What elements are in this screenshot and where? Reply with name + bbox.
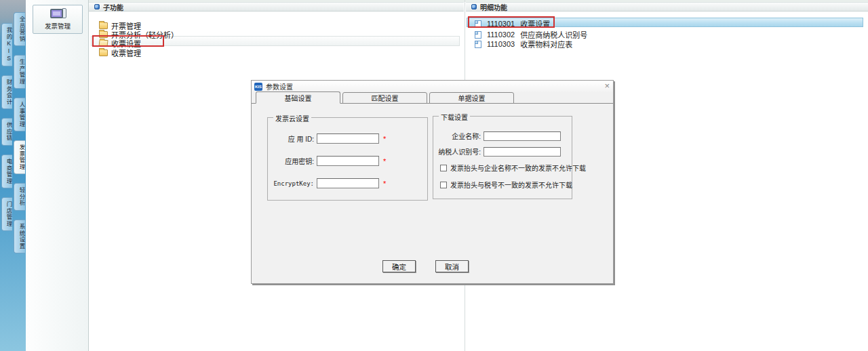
app-secret-input[interactable] <box>317 156 379 166</box>
download-settings-group-title: 下载设置 <box>439 112 470 122</box>
company-name-label: 企业名称: <box>436 131 481 141</box>
document-icon <box>475 41 481 48</box>
invoice-module-label: 发票管理 <box>45 21 71 30</box>
ok-button[interactable]: 确定 <box>382 260 416 272</box>
app-window: 我的KIS 财务会计 供应链 电商管理 门店管理 全员营销 生产管理 人事管理 … <box>0 0 868 351</box>
sidebar-tab-system[interactable]: 系统设置 <box>14 220 25 253</box>
company-name-row: 企业名称: <box>436 131 561 141</box>
invoice-module-button[interactable]: 发票管理 <box>33 5 83 34</box>
folder-icon <box>99 22 108 29</box>
sidebar-tab-analysis[interactable]: 轻分析 <box>14 183 25 211</box>
app-id-row: 应 用 ID: * <box>272 133 386 144</box>
detail-functions-header: 明细功能 <box>466 2 868 12</box>
kis-logo-icon: KIS <box>254 83 262 91</box>
dialog-title: 参数设置 <box>266 81 293 91</box>
dialog-titlebar[interactable]: KIS 参数设置 × <box>252 81 613 92</box>
checkbox-icon <box>440 182 447 188</box>
sidebar-tab-marketing[interactable]: 全员营销 <box>14 12 25 46</box>
checkbox-icon <box>440 165 447 171</box>
invoice-module-icon <box>49 8 66 19</box>
taxpayer-id-input[interactable] <box>484 147 561 157</box>
app-id-label: 应 用 ID: <box>272 133 314 144</box>
invoice-cloud-group-title: 发票云设置 <box>273 113 311 123</box>
tab-document-settings[interactable]: 单据设置 <box>429 92 514 104</box>
folder-icon <box>99 49 108 56</box>
sub-functions-header: 子功能 <box>89 2 464 12</box>
required-asterisk: * <box>383 157 386 165</box>
annotation-box-tree <box>92 35 164 47</box>
app-secret-label: 应用密钥: <box>272 156 314 166</box>
sidebar-tab-column-2: 全员营销 生产管理 人事管理 发票管理 轻分析 系统设置 <box>14 12 25 253</box>
module-panel: 发票管理 <box>26 0 89 351</box>
encrypt-key-label: EncryptKey: <box>272 180 314 187</box>
sidebar-tab-supply-chain[interactable]: 供应链 <box>1 118 12 146</box>
app-secret-row: 应用密钥: * <box>272 156 386 166</box>
app-id-input[interactable] <box>317 133 379 144</box>
sidebar-tab-column-1: 我的KIS 财务会计 供应链 电商管理 门店管理 <box>1 23 12 231</box>
encrypt-key-row: EncryptKey: * <box>272 178 386 188</box>
required-asterisk: * <box>383 180 386 188</box>
company-name-input[interactable] <box>484 131 561 141</box>
panel-bullet-icon <box>471 4 477 9</box>
dialog-tabstrip: 基础设置 匹配设置 单据设置 <box>252 92 613 104</box>
parameter-settings-dialog: KIS 参数设置 × 基础设置 匹配设置 单据设置 发票云设置 应 用 ID: … <box>251 80 614 284</box>
required-asterisk: * <box>383 135 386 143</box>
panel-bullet-icon <box>94 4 100 9</box>
encrypt-key-input[interactable] <box>317 178 379 188</box>
sidebar-tab-my-kis[interactable]: 我的KIS <box>1 23 12 66</box>
taxpayer-id-label: 纳税人识别号: <box>436 146 481 157</box>
sidebar-tab-hr[interactable]: 人事管理 <box>14 98 25 131</box>
tab-matching-settings[interactable]: 匹配设置 <box>342 92 427 104</box>
sidebar-tab-ecommerce[interactable]: 电商管理 <box>1 154 12 188</box>
sidebar-tab-production[interactable]: 生产管理 <box>14 55 25 89</box>
close-icon[interactable]: × <box>604 81 610 91</box>
tab-basic-settings[interactable]: 基础设置 <box>256 91 340 104</box>
checkbox-title-taxno-mismatch[interactable]: 发票抬头与税号不一致的发票不允许下载 <box>440 180 572 190</box>
taxpayer-id-row: 纳税人识别号: <box>436 146 561 157</box>
detail-item-1110303[interactable]: 1110303 收票物料对应表 <box>475 39 572 49</box>
document-icon <box>475 31 481 39</box>
annotation-box-detail <box>468 16 555 28</box>
sidebar-tab-finance[interactable]: 财务会计 <box>1 75 12 109</box>
sidebar-tab-invoice[interactable]: 发票管理 <box>14 140 25 174</box>
checkbox-title-company-mismatch[interactable]: 发票抬头与企业名称不一致的发票不允许下载 <box>440 163 586 173</box>
detail-functions-title: 明细功能 <box>480 2 507 12</box>
sidebar-tab-store[interactable]: 门店管理 <box>1 197 12 231</box>
cancel-button[interactable]: 取消 <box>435 260 469 272</box>
sub-functions-title: 子功能 <box>103 2 123 12</box>
tree-item-shoupiao-guanli[interactable]: 收票管理 <box>99 47 141 58</box>
